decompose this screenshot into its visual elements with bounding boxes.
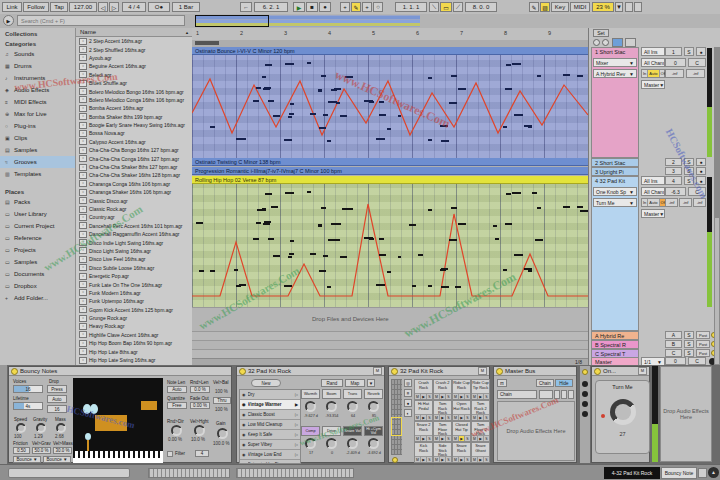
fade-out-field[interactable]: 0.00 % bbox=[190, 402, 210, 409]
return-b-name[interactable]: B Spectral R bbox=[591, 340, 639, 349]
pad-solo-button[interactable]: S bbox=[465, 457, 470, 462]
macro-knob-trans[interactable] bbox=[347, 401, 358, 412]
chain-activator-icon[interactable]: ◉ bbox=[242, 452, 246, 457]
drum-pad[interactable]: Tom Floor 2 RockM▶S bbox=[471, 421, 490, 442]
chain-activator-icon[interactable]: ◉ bbox=[242, 412, 246, 417]
sidebar-item-add-folder[interactable]: +Add Folder... bbox=[0, 292, 75, 304]
sidebar-item-plug-ins[interactable]: ○Plug-ins bbox=[0, 120, 75, 132]
io-toggle-button[interactable] bbox=[625, 38, 636, 47]
clip-title-ostinato-twisting[interactable]: Ostinato Twisting C Minor 138 bpm bbox=[192, 158, 588, 166]
sort-asc-icon[interactable]: ▲ bbox=[185, 30, 192, 35]
clip-title-ostinato-bounce[interactable]: Ostinato Bounce i-VI-V C Minor 120 bpm bbox=[192, 47, 588, 55]
file-row[interactable]: ≈Hip Hop Late 8ths.agr bbox=[76, 347, 192, 355]
chain-item[interactable]: ◉Classic Boost▷ bbox=[240, 410, 300, 420]
file-row[interactable]: ≈Bomba Accent 16ths.agr bbox=[76, 104, 192, 112]
track3-activator[interactable]: 3 bbox=[665, 167, 682, 175]
return-b-activator[interactable]: B bbox=[665, 340, 682, 348]
chain-dot-3[interactable] bbox=[582, 401, 588, 407]
chain-mute-box[interactable] bbox=[554, 390, 560, 399]
bounce-block-1[interactable] bbox=[95, 415, 127, 431]
cpu-dropdown[interactable]: ▼ bbox=[615, 2, 623, 12]
track4-monitor[interactable]: InAutoOff bbox=[641, 198, 665, 207]
pad-add-button[interactable] bbox=[392, 457, 398, 463]
master-bus-title-bar[interactable]: Master Bus bbox=[494, 367, 576, 376]
chain-activator-icon[interactable]: ◉ bbox=[242, 402, 246, 407]
return-c-solo[interactable]: S bbox=[684, 349, 694, 357]
friction-field[interactable]: 0.50 bbox=[13, 447, 30, 454]
chain-volume-box[interactable] bbox=[539, 390, 553, 399]
return-a-name[interactable]: A Hybrid Re bbox=[591, 331, 639, 340]
sidebar-item-samples[interactable]: ▤Samples bbox=[0, 144, 75, 156]
metronome-button[interactable]: O● bbox=[148, 2, 170, 12]
bounce-block-2[interactable] bbox=[141, 401, 157, 410]
drum-pad[interactable]: Hi Hat PedalM▶S bbox=[414, 400, 433, 421]
map-mode-icon[interactable]: M bbox=[373, 367, 382, 375]
follow-button[interactable]: Follow bbox=[23, 2, 49, 12]
loop-brace[interactable] bbox=[195, 41, 219, 45]
file-row[interactable]: ≈Country.agr bbox=[76, 213, 192, 221]
file-row[interactable]: ≈Beguine Accent 16ths.agr bbox=[76, 62, 192, 70]
hide-devices-button[interactable]: Hide bbox=[555, 379, 573, 387]
file-row[interactable]: ≈Cha-Cha-Cha Bongo 16ths 127 bpm.agr bbox=[76, 146, 192, 154]
pad-solo-button[interactable]: S bbox=[427, 415, 432, 420]
arrangement-overview[interactable] bbox=[195, 15, 420, 27]
file-row[interactable]: ≈Gqom Kick Accent 16ths 125 bpm.agr bbox=[76, 306, 192, 314]
lane-circle-2[interactable] bbox=[602, 39, 609, 46]
pad-solo-button[interactable]: S bbox=[446, 394, 451, 399]
overdub-button[interactable]: + bbox=[340, 2, 350, 12]
velhght-knob[interactable] bbox=[194, 425, 205, 436]
file-row[interactable]: ≈Classic Disco.agr bbox=[76, 196, 192, 204]
clip-body-track4[interactable] bbox=[192, 184, 588, 307]
return-view-icon[interactable]: ◐ bbox=[404, 409, 412, 417]
press-button[interactable]: Press bbox=[47, 385, 67, 393]
sidebar-item-samples[interactable]: ▭Samples bbox=[0, 256, 75, 268]
file-row[interactable]: ≈Funk Late On The One 16ths.agr bbox=[76, 280, 192, 288]
return-c-post-button[interactable]: Post bbox=[696, 349, 710, 357]
file-row[interactable]: ≈Dancehall Perc Accent 16ths 101 bpm.agr bbox=[76, 222, 192, 230]
chain-item[interactable]: ◉Vintage Low End▷ bbox=[240, 450, 300, 460]
file-row[interactable]: ≈Funk Modern 16ths.agr bbox=[76, 289, 192, 297]
sidebar-item-drums[interactable]: ▦Drums bbox=[0, 60, 75, 72]
filter-value-field[interactable]: 4 bbox=[195, 450, 209, 457]
return-a-activator[interactable]: A bbox=[665, 331, 682, 339]
track4-param-chooser[interactable]: Turn Me▼ bbox=[593, 198, 637, 207]
vertical-scrollbar[interactable] bbox=[714, 47, 720, 365]
device-activator-icon[interactable] bbox=[239, 368, 246, 375]
drum-pad[interactable]: Closed Hat TipM▶S bbox=[452, 421, 471, 442]
drum-pad[interactable]: Side Stick RockM▶S bbox=[433, 442, 452, 463]
drum-pad[interactable]: Snare RockM▶S bbox=[452, 442, 471, 463]
track4-activator[interactable]: 4 bbox=[665, 176, 682, 185]
chain-item[interactable]: ◉Keep It Safe▷ bbox=[240, 430, 300, 440]
gain-knob[interactable] bbox=[217, 428, 228, 439]
return-a-solo[interactable]: S bbox=[684, 331, 694, 339]
chain-dot-1[interactable] bbox=[582, 381, 588, 387]
list-view-icon[interactable]: ≡ bbox=[404, 389, 412, 397]
sidebar-item-instruments[interactable]: ♪Instruments bbox=[0, 72, 75, 84]
nudge-up-button[interactable]: ▷ bbox=[109, 2, 119, 12]
return-b-solo[interactable]: S bbox=[684, 340, 694, 348]
track1-pan[interactable]: C bbox=[688, 58, 706, 67]
io-view-icon[interactable]: ◎ bbox=[404, 379, 412, 387]
gravity-knob[interactable] bbox=[36, 423, 46, 433]
time-signature-field[interactable]: 4 / 4 bbox=[122, 2, 146, 12]
piano-keyboard[interactable] bbox=[73, 451, 163, 463]
file-row[interactable]: ≈Beledi.agr bbox=[76, 71, 192, 79]
collections-header[interactable]: Collections bbox=[0, 28, 75, 38]
file-row[interactable]: ≈Bolero Melodico Bongo 16ths 106 bpm.agr bbox=[76, 87, 192, 95]
chain-item[interactable]: ◉Super Vibey▷ bbox=[240, 440, 300, 450]
drum-pad[interactable]: Crash 2 RockM▶S bbox=[433, 379, 452, 400]
drop-value-field[interactable]: 16 bbox=[47, 405, 67, 413]
punch-out-button[interactable]: ⟋ bbox=[453, 2, 463, 12]
chain-item[interactable]: ◉Vintage Warmer▶ bbox=[240, 400, 300, 410]
file-row[interactable]: ≈2 Step Shuffled 16ths.agr bbox=[76, 45, 192, 53]
sidebar-item-grooves[interactable]: ≈Grooves bbox=[0, 156, 75, 168]
track1-activator[interactable]: 1 bbox=[665, 47, 682, 56]
track2-name[interactable]: 2 Short Stac bbox=[591, 158, 639, 167]
file-row[interactable]: ≈Disco Light Swing 16ths.agr bbox=[76, 247, 192, 255]
chain-activator-icon[interactable]: ◉ bbox=[242, 392, 246, 397]
file-row[interactable]: ≈Cha-Cha-Cha Shaker 8ths 127 bpm.agr bbox=[76, 163, 192, 171]
macro-knob-comp[interactable] bbox=[305, 438, 316, 449]
session-record-button[interactable]: ○ bbox=[373, 2, 383, 12]
drum-pad[interactable]: Ride Cup RockM▶S bbox=[452, 379, 471, 400]
drum-pad[interactable]: Snare GhostM▶S bbox=[471, 442, 490, 463]
